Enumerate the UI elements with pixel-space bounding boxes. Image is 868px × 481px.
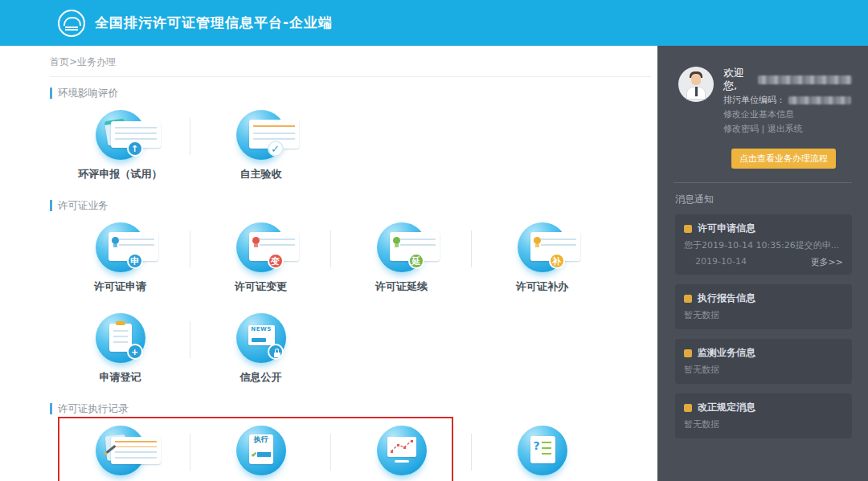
- renewal-badge-icon: 延: [408, 253, 424, 269]
- permit-apply-icon: 申: [96, 222, 145, 272]
- tile-label: 申请登记: [100, 370, 141, 385]
- tile-permit-apply[interactable]: 申 许可证申请: [50, 213, 190, 302]
- row-permit-1: 申 许可证申请 变 许可证变更: [50, 213, 612, 302]
- view-process-button[interactable]: 点击查看业务办理流程: [731, 149, 836, 169]
- page-title: 全国排污许可证管理信息平台-企业端: [95, 14, 333, 32]
- card-execution-report[interactable]: 执行报告信息 暂无数据: [675, 284, 852, 329]
- platform-logo-icon: [58, 10, 85, 37]
- lock-icon: [268, 344, 284, 360]
- plus-icon: +: [127, 344, 143, 360]
- sidebar: 欢迎您, 排污单位编码： 修改企业基本信息 修改密码 | 退出系统 点击查看业: [657, 46, 868, 481]
- section-title-execution: 许可证执行记录: [50, 403, 657, 414]
- tile-ledger-records[interactable]: 台账记录: [50, 416, 190, 481]
- card-monitoring-business[interactable]: 监测业务信息 暂无数据: [675, 339, 852, 384]
- section-title-eia: 环境影响评价: [50, 88, 657, 99]
- notice-square-icon: [684, 404, 692, 412]
- app-window: 全国排污许可证管理信息平台-企业端 首页>业务办理 环境影响评价 ↑ 环评申报（…: [0, 0, 868, 481]
- permit-change-icon: 变: [236, 222, 286, 272]
- execution-report-icon: 执行: [236, 426, 286, 475]
- link-separator: |: [762, 124, 765, 134]
- unit-code-label: 排污单位编码：: [723, 94, 785, 107]
- permit-reissue-icon: 补: [518, 222, 567, 272]
- registration-icon: +: [96, 313, 145, 363]
- card-correction-rules[interactable]: 改正规定消息 暂无数据: [675, 393, 852, 438]
- tile-eia-declaration[interactable]: ↑ 环评申报（试用）: [50, 100, 190, 190]
- card-permit-application[interactable]: 许可申请信息 您于2019-10-14 10:35:26提交的申... 2019…: [675, 214, 852, 275]
- info-disclosure-icon: NEWS: [236, 313, 286, 363]
- notice-square-icon: [684, 349, 692, 357]
- tile-self-acceptance[interactable]: ✓ 自主验收: [190, 100, 331, 190]
- tile-label: 许可证补办: [516, 279, 568, 294]
- upload-arrow-icon: ↑: [127, 141, 143, 157]
- correction-rules-icon: ?: [518, 426, 567, 475]
- tile-permit-change[interactable]: 变 许可证变更: [190, 213, 331, 302]
- monitoring-records-icon: [377, 426, 427, 475]
- self-acceptance-icon: ✓: [236, 110, 286, 160]
- user-avatar: [678, 67, 714, 102]
- more-link[interactable]: 更多>>: [811, 256, 843, 268]
- notice-square-icon: [684, 295, 692, 303]
- redacted-unit-code: [788, 96, 851, 104]
- tile-label: 环评申报（试用）: [79, 167, 162, 181]
- row-eia: ↑ 环评申报（试用） ✓ 自主验收: [50, 100, 612, 190]
- row-permit-2: + 申请登记 NEWS 信息公开: [50, 304, 612, 393]
- breadcrumb: 首页>业务办理: [50, 55, 651, 77]
- tile-execution-report[interactable]: 执行 执行报告: [190, 416, 331, 481]
- change-password-link[interactable]: 修改密码: [723, 124, 759, 134]
- tile-label: 许可证申请: [94, 279, 146, 294]
- tile-permit-reissue[interactable]: 补 许可证补办: [472, 213, 612, 302]
- tile-label: 许可证延续: [375, 279, 428, 294]
- card-date: 2019-10-14: [695, 256, 747, 268]
- execution-text: 执行: [249, 434, 273, 445]
- line-chart-icon: [387, 437, 416, 457]
- user-info-block: 欢迎您, 排污单位编码： 修改企业基本信息 修改密码 | 退出系统: [678, 67, 852, 136]
- permit-renewal-icon: 延: [377, 222, 427, 272]
- section-title-permit: 许可证业务: [50, 200, 657, 211]
- check-icon: ✓: [268, 141, 284, 157]
- tile-permit-renewal[interactable]: 延 许可证延续: [331, 213, 472, 302]
- apply-badge-icon: 申: [127, 253, 143, 269]
- tile-label: 许可证变更: [235, 279, 287, 294]
- tile-label: 信息公开: [240, 370, 282, 385]
- tile-info-disclosure[interactable]: NEWS 信息公开: [190, 304, 331, 393]
- card-content: 暂无数据: [684, 365, 843, 376]
- row-execution: 台账记录 执行 执行报告: [50, 416, 612, 481]
- tile-monitoring-records[interactable]: 监测记录: [331, 416, 472, 481]
- card-content: 您于2019-10-14 10:35:26提交的申...: [684, 240, 843, 251]
- change-badge-icon: 变: [268, 253, 284, 269]
- top-header: 全国排污许可证管理信息平台-企业端: [0, 0, 868, 46]
- notifications-title: 消息通知: [675, 193, 852, 206]
- redacted-username: [758, 75, 852, 84]
- question-mark-icon: ?: [534, 439, 540, 452]
- reissue-badge-icon: 补: [549, 253, 565, 269]
- tile-correction-rules[interactable]: ? 改正规定: [472, 416, 612, 481]
- logout-link[interactable]: 退出系统: [768, 124, 803, 134]
- news-text: NEWS: [248, 325, 275, 334]
- tile-registration[interactable]: + 申请登记: [50, 304, 190, 393]
- edit-company-info-link[interactable]: 修改企业基本信息: [723, 108, 852, 121]
- tile-label: 自主验收: [240, 167, 282, 181]
- sidebar-divider: [674, 182, 852, 183]
- notification-cards: 许可申请信息 您于2019-10-14 10:35:26提交的申... 2019…: [675, 214, 852, 438]
- welcome-text: 欢迎您,: [723, 67, 755, 92]
- card-content: 暂无数据: [684, 310, 843, 321]
- eia-declaration-icon: ↑: [96, 110, 145, 160]
- main-panel: 首页>业务办理 环境影响评价 ↑ 环评申报（试用） ✓: [0, 46, 657, 481]
- check-icon: [251, 451, 256, 456]
- ledger-records-icon: [96, 426, 145, 475]
- card-content: 暂无数据: [684, 419, 843, 430]
- notice-square-icon: [684, 225, 692, 233]
